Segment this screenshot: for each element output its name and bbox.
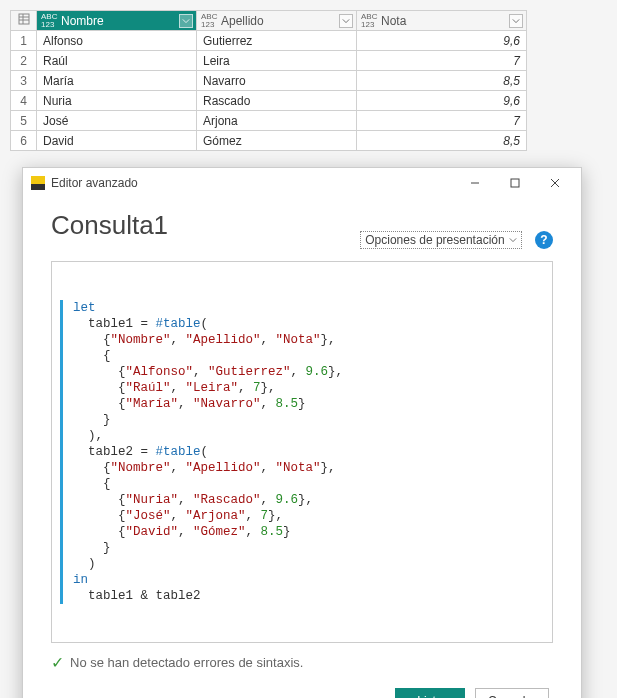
cancel-button[interactable]: Cancelar xyxy=(475,688,549,698)
cell[interactable]: 7 xyxy=(357,111,527,131)
cell[interactable]: Raúl xyxy=(37,51,197,71)
maximize-icon xyxy=(509,177,521,189)
dialog-heading: Consulta1 xyxy=(51,210,168,241)
chevron-down-icon xyxy=(512,18,520,24)
column-label: Apellido xyxy=(221,14,264,28)
row-index[interactable]: 1 xyxy=(11,31,37,51)
display-options-dropdown[interactable]: Opciones de presentación xyxy=(360,231,521,249)
maximize-button[interactable] xyxy=(495,169,535,197)
cell[interactable]: 9,6 xyxy=(357,91,527,111)
ok-button[interactable]: Listo xyxy=(395,688,465,698)
minimize-button[interactable] xyxy=(455,169,495,197)
column-label: Nombre xyxy=(61,14,104,28)
cell[interactable]: Arjona xyxy=(197,111,357,131)
table-row[interactable]: 6DavidGómez8,5 xyxy=(11,131,527,151)
status-text: No se han detectado errores de sintaxis. xyxy=(70,655,303,670)
syntax-status: ✓ No se han detectado errores de sintaxi… xyxy=(51,653,553,672)
cell[interactable]: Gómez xyxy=(197,131,357,151)
help-button[interactable]: ? xyxy=(535,231,553,249)
cell[interactable]: 9,6 xyxy=(357,31,527,51)
chevron-down-icon xyxy=(509,237,517,243)
column-filter-dropdown[interactable] xyxy=(179,14,193,28)
cell[interactable]: Rascado xyxy=(197,91,357,111)
column-header-apellido[interactable]: ABC 123 Apellido xyxy=(197,11,357,31)
close-button[interactable] xyxy=(535,169,575,197)
close-icon xyxy=(549,177,561,189)
check-icon: ✓ xyxy=(51,653,64,672)
window-title: Editor avanzado xyxy=(51,176,455,190)
chevron-down-icon xyxy=(342,18,350,24)
app-logo-icon xyxy=(31,176,45,190)
minimize-icon xyxy=(469,177,481,189)
cell[interactable]: Gutierrez xyxy=(197,31,357,51)
cell[interactable]: Leira xyxy=(197,51,357,71)
help-icon: ? xyxy=(540,233,547,247)
column-label: Nota xyxy=(381,14,406,28)
cell[interactable]: José xyxy=(37,111,197,131)
cell[interactable]: Nuria xyxy=(37,91,197,111)
svg-rect-5 xyxy=(511,179,519,187)
titlebar: Editor avanzado xyxy=(23,168,581,198)
data-grid[interactable]: ABC 123 Nombre ABC 123 Apellido xyxy=(10,10,527,151)
column-filter-dropdown[interactable] xyxy=(509,14,523,28)
advanced-editor-dialog: Editor avanzado Consulta1 Opciones de pr… xyxy=(22,167,582,698)
table-row[interactable]: 3MaríaNavarro8,5 xyxy=(11,71,527,91)
code-content: let table1 = #table( {"Nombre", "Apellid… xyxy=(60,300,544,604)
column-header-nombre[interactable]: ABC 123 Nombre xyxy=(37,11,197,31)
select-all-corner[interactable] xyxy=(11,11,37,31)
cell[interactable]: Alfonso xyxy=(37,31,197,51)
display-options-label: Opciones de presentación xyxy=(365,233,504,247)
svg-rect-0 xyxy=(19,14,29,24)
grid-body: 1AlfonsoGutierrez9,62RaúlLeira73MaríaNav… xyxy=(11,31,527,151)
row-index[interactable]: 2 xyxy=(11,51,37,71)
cell[interactable]: 8,5 xyxy=(357,131,527,151)
cell[interactable]: Navarro xyxy=(197,71,357,91)
row-index[interactable]: 4 xyxy=(11,91,37,111)
code-editor[interactable]: let table1 = #table( {"Nombre", "Apellid… xyxy=(51,261,553,643)
table-row[interactable]: 1AlfonsoGutierrez9,6 xyxy=(11,31,527,51)
table-row[interactable]: 2RaúlLeira7 xyxy=(11,51,527,71)
cell[interactable]: 8,5 xyxy=(357,71,527,91)
table-row[interactable]: 4NuriaRascado9,6 xyxy=(11,91,527,111)
table-icon xyxy=(18,13,30,25)
row-index[interactable]: 5 xyxy=(11,111,37,131)
cell[interactable]: 7 xyxy=(357,51,527,71)
table-row[interactable]: 5JoséArjona7 xyxy=(11,111,527,131)
chevron-down-icon xyxy=(182,18,190,24)
row-index[interactable]: 6 xyxy=(11,131,37,151)
type-badge-icon: ABC 123 xyxy=(201,13,219,29)
column-filter-dropdown[interactable] xyxy=(339,14,353,28)
cell[interactable]: María xyxy=(37,71,197,91)
type-badge-icon: ABC 123 xyxy=(361,13,379,29)
type-badge-icon: ABC 123 xyxy=(41,13,59,29)
column-header-nota[interactable]: ABC 123 Nota xyxy=(357,11,527,31)
cell[interactable]: David xyxy=(37,131,197,151)
row-index[interactable]: 3 xyxy=(11,71,37,91)
